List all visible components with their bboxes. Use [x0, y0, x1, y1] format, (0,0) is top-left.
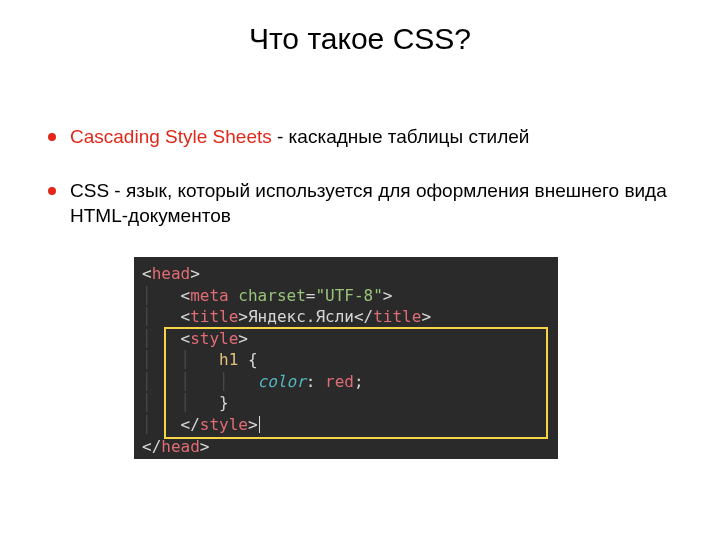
slide-title: Что такое CSS? — [0, 22, 720, 56]
bullet-rest: - каскадные таблицы стилей — [272, 126, 530, 147]
bullet-item: Cascading Style Sheets - каскадные табли… — [48, 124, 672, 150]
code-line: │ <title>Яндекс.Ясли</title> — [142, 306, 550, 328]
code-snippet: <head> │ <meta charset="UTF-8"> │ <title… — [134, 257, 558, 459]
code-line: <head> — [142, 263, 550, 285]
highlighted-term: Cascading Style Sheets — [70, 126, 272, 147]
bullet-item: CSS - язык, который используется для офо… — [48, 178, 672, 229]
bullet-text: Cascading Style Sheets - каскадные табли… — [70, 124, 672, 150]
code-line: │ │ │ color: red; — [142, 371, 550, 393]
bullet-dot-icon — [48, 133, 56, 141]
code-line: │ │ h1 { — [142, 349, 550, 371]
cursor-icon — [259, 416, 260, 433]
bullet-dot-icon — [48, 187, 56, 195]
code-line: │ <style> — [142, 328, 550, 350]
bullet-text: CSS - язык, который используется для офо… — [70, 178, 672, 229]
slide-content: Cascading Style Sheets - каскадные табли… — [0, 124, 720, 459]
code-line: │ │ } — [142, 392, 550, 414]
code-line: │ </style> — [142, 414, 550, 436]
bullet-rest: CSS - язык, который используется для офо… — [70, 180, 667, 227]
code-line: </head> — [142, 436, 550, 458]
code-line: │ <meta charset="UTF-8"> — [142, 285, 550, 307]
